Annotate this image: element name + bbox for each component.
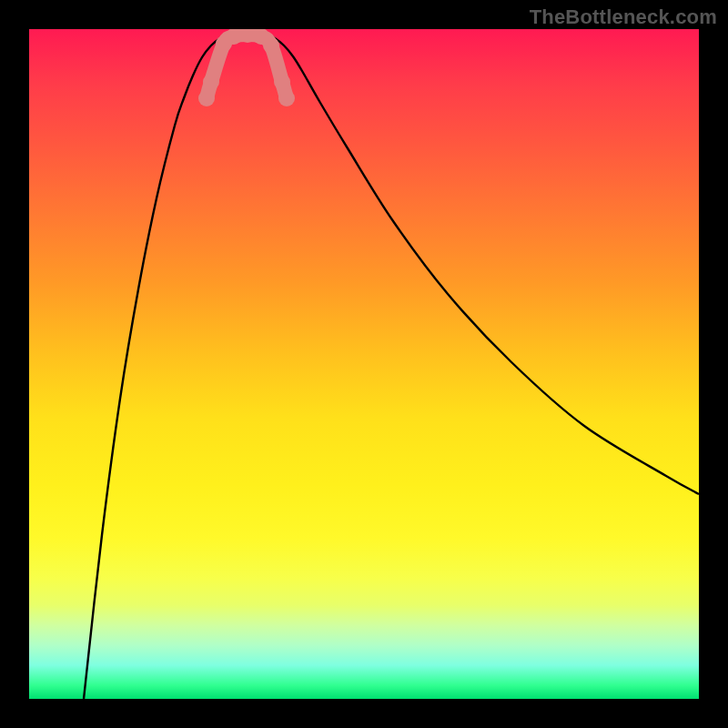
- marker-dot: [263, 37, 279, 54]
- marker-dot: [198, 90, 215, 106]
- curve-layer: [29, 29, 699, 699]
- bottleneck-curve: [84, 31, 699, 699]
- marker-group: [198, 29, 295, 106]
- chart-frame: TheBottleneck.com: [0, 0, 728, 728]
- watermark-text: TheBottleneck.com: [530, 5, 717, 29]
- marker-dot: [278, 90, 295, 106]
- marker-dot: [203, 74, 219, 90]
- marker-dot: [274, 74, 290, 90]
- bottleneck-curve-path: [84, 31, 699, 699]
- plot-area: [29, 29, 699, 699]
